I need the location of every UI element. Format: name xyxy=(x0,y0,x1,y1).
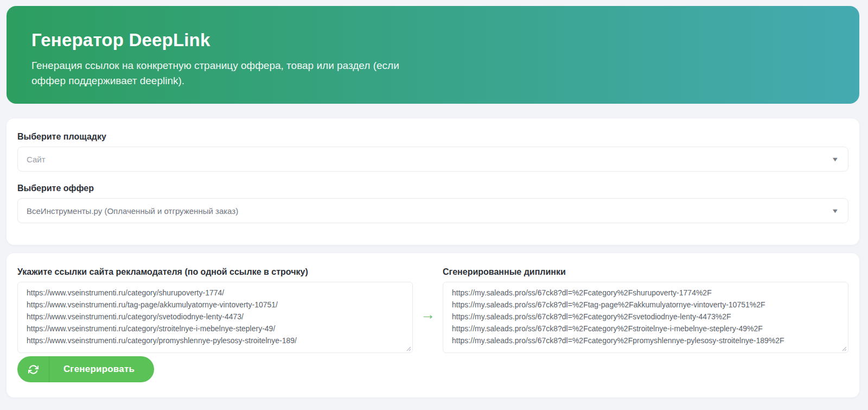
platform-select-value: Сайт xyxy=(27,155,832,164)
resize-handle[interactable] xyxy=(841,345,847,351)
generate-button[interactable]: Сгенерировать xyxy=(17,356,154,382)
page-title: Генератор DeepLink xyxy=(31,30,834,51)
generator-grid: Укажите ссылки сайта рекламодателя (по о… xyxy=(17,267,848,353)
offer-field: Выберите оффер ВсеИнструменты.ру (Оплаче… xyxy=(17,184,848,223)
deeplink-generator-page: Генератор DeepLink Генерация ссылок на к… xyxy=(0,0,868,398)
source-links-label: Укажите ссылки сайта рекламодателя (по о… xyxy=(17,267,413,277)
generate-button-label: Сгенерировать xyxy=(49,364,154,375)
result-links-wrapper: https://my.saleads.pro/ss/67ck8?dl=%2Fca… xyxy=(443,282,848,353)
offer-label: Выберите оффер xyxy=(17,184,848,193)
page-subtitle: Генерация ссылок на конкретную страницу … xyxy=(31,58,436,89)
source-links-textarea[interactable]: https://www.vseinstrumenti.ru/category/s… xyxy=(17,282,413,353)
source-links-wrapper: https://www.vseinstrumenti.ru/category/s… xyxy=(17,282,413,353)
chevron-down-icon: ▼ xyxy=(831,208,839,214)
source-links-column: Укажите ссылки сайта рекламодателя (по о… xyxy=(17,267,413,353)
platform-select[interactable]: Сайт ▼ xyxy=(17,147,848,172)
platform-label: Выберите площадку xyxy=(17,132,848,142)
arrow-right-icon: → xyxy=(413,267,443,353)
offer-selection-card: Выберите площадку Сайт ▼ Выберите оффер … xyxy=(7,118,859,245)
result-links-label: Сгенерированные диплинки xyxy=(443,267,848,277)
chevron-down-icon: ▼ xyxy=(831,156,839,162)
resize-handle[interactable] xyxy=(405,345,411,351)
result-links-textarea[interactable]: https://my.saleads.pro/ss/67ck8?dl=%2Fca… xyxy=(443,282,848,353)
generator-card: Укажите ссылки сайта рекламодателя (по о… xyxy=(7,253,859,398)
refresh-icon xyxy=(17,364,49,375)
offer-select-value: ВсеИнструменты.ру (Оплаченный и отгружен… xyxy=(27,206,832,216)
platform-field: Выберите площадку Сайт ▼ xyxy=(17,132,848,172)
banner: Генератор DeepLink Генерация ссылок на к… xyxy=(7,6,859,104)
offer-select[interactable]: ВсеИнструменты.ру (Оплаченный и отгружен… xyxy=(17,198,848,223)
result-links-column: Сгенерированные диплинки https://my.sale… xyxy=(443,267,848,353)
